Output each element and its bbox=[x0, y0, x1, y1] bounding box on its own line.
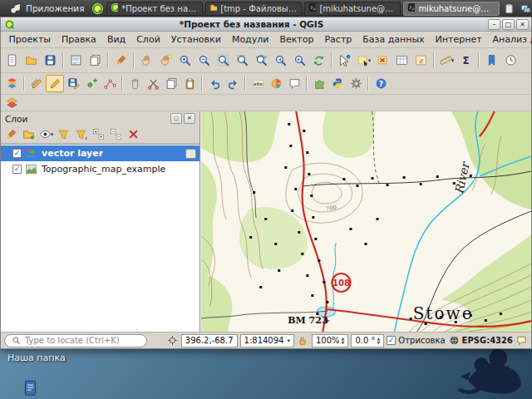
menu-settings[interactable]: Установки bbox=[165, 32, 226, 47]
zoom-to-layer-icon[interactable] bbox=[252, 51, 271, 70]
close-panel-button[interactable]: ✕ bbox=[184, 113, 195, 124]
processing-toolbox-icon[interactable] bbox=[347, 75, 365, 92]
rotation-spinner-icon[interactable]: ▲▼ bbox=[377, 337, 381, 345]
zoom-last-icon[interactable] bbox=[271, 51, 290, 70]
style-manager-icon[interactable] bbox=[111, 51, 131, 70]
menu-layer[interactable]: Слой bbox=[131, 32, 166, 47]
temporal-controller-icon[interactable] bbox=[501, 51, 520, 70]
new-bookmark-icon[interactable] bbox=[482, 51, 501, 70]
open-data-source-manager-icon[interactable] bbox=[2, 75, 21, 92]
current-edits-icon[interactable] bbox=[27, 75, 46, 92]
add-group-icon[interactable] bbox=[20, 126, 37, 143]
scale-dropdown-icon[interactable]: ▾ bbox=[287, 337, 290, 344]
maximize-button[interactable]: □ bbox=[502, 19, 515, 30]
network-tray-icon[interactable] bbox=[519, 2, 532, 16]
menu-edit[interactable]: Правка bbox=[57, 32, 102, 47]
menu-projects[interactable]: Проекты bbox=[3, 32, 57, 47]
layer-checkbox[interactable]: ✓ bbox=[12, 165, 22, 174]
coordinate-display[interactable]: 396.2,-68.7 bbox=[181, 334, 238, 347]
taskbar-window-terminal1[interactable]: [mikuhatsune@MikuHa... bbox=[304, 2, 401, 16]
add-vector-layer-icon[interactable] bbox=[2, 96, 21, 111]
float-panel-button[interactable]: ◻ bbox=[170, 113, 182, 124]
menu-analysis[interactable]: Анализ данных bbox=[487, 32, 532, 47]
copy-features-icon[interactable] bbox=[162, 75, 180, 92]
locate-input[interactable] bbox=[25, 336, 141, 345]
new-print-layout-icon[interactable] bbox=[66, 51, 86, 70]
zoom-to-selection-icon[interactable] bbox=[233, 51, 252, 70]
window-titlebar[interactable]: *Проект без названия - QGIS –□✕ bbox=[1, 17, 531, 32]
redo-icon[interactable] bbox=[224, 75, 242, 92]
rotation-field[interactable]: 0.0 °▲▼ bbox=[351, 334, 384, 347]
map-canvas[interactable]: 108 700 BM 723 Stowe River bbox=[200, 111, 531, 332]
taskbar-window-terminal2[interactable]: mikuhatsune@MikuHat... bbox=[403, 2, 500, 16]
desktop-folder-label[interactable]: Наша папка bbox=[7, 352, 66, 363]
menu-plugins[interactable]: Модули bbox=[226, 32, 274, 47]
render-checkbox-box[interactable]: ✓ bbox=[387, 336, 396, 345]
render-checkbox[interactable]: ✓ Отрисовка bbox=[387, 336, 445, 345]
refresh-map-icon[interactable] bbox=[309, 51, 328, 70]
open-layer-styling-icon[interactable] bbox=[2, 126, 20, 143]
layer-item-0[interactable]: ✓vector layer bbox=[1, 145, 200, 161]
remove-layer-icon[interactable] bbox=[125, 126, 142, 143]
magnifier-spinner-icon[interactable]: ▲▼ bbox=[342, 337, 345, 345]
statistical-summary-icon[interactable]: Σ bbox=[456, 51, 475, 70]
desktop-file-icon[interactable] bbox=[23, 380, 37, 399]
toggle-editing-icon[interactable] bbox=[46, 75, 64, 92]
menu-web[interactable]: Интернет bbox=[430, 32, 487, 47]
lock-scale-icon[interactable] bbox=[297, 334, 309, 347]
pan-to-selection-icon[interactable] bbox=[156, 51, 175, 70]
layout-manager-icon[interactable] bbox=[86, 51, 105, 70]
deselect-features-icon[interactable] bbox=[373, 51, 392, 70]
menu-database[interactable]: База данных bbox=[357, 32, 430, 47]
delete-selected-icon[interactable] bbox=[126, 75, 144, 92]
map-tips-icon[interactable] bbox=[285, 75, 303, 92]
minimize-button[interactable]: – bbox=[488, 19, 500, 30]
pan-map-icon[interactable] bbox=[137, 51, 156, 70]
collapse-all-icon[interactable] bbox=[107, 126, 125, 143]
cut-features-icon[interactable] bbox=[144, 75, 162, 92]
open-project-icon[interactable] bbox=[22, 51, 41, 70]
zoom-full-icon[interactable] bbox=[214, 51, 233, 70]
filter-legend-icon[interactable] bbox=[55, 126, 72, 143]
zoom-next-icon[interactable] bbox=[290, 51, 309, 70]
close-button[interactable]: ✕ bbox=[516, 19, 529, 30]
applications-menu-button[interactable]: Приложения bbox=[2, 1, 89, 16]
select-features-icon[interactable]: ▾ bbox=[354, 51, 373, 70]
locate-box[interactable] bbox=[4, 334, 147, 347]
help-contents-icon[interactable]: ? bbox=[372, 75, 390, 92]
save-layer-edits-icon[interactable] bbox=[64, 75, 82, 92]
vertex-tool-icon[interactable] bbox=[101, 75, 119, 92]
add-feature-icon[interactable] bbox=[82, 75, 101, 92]
messages-icon[interactable] bbox=[515, 334, 528, 347]
taskbar-window-qgis[interactable]: *Проект без названия... bbox=[106, 2, 203, 16]
layer-diagrams-icon[interactable] bbox=[267, 75, 285, 92]
layer-item-1[interactable]: ✓Topographic_map_example bbox=[1, 161, 200, 177]
taskbar-window-filemanager[interactable]: [tmp - Файловый мене... bbox=[205, 2, 302, 16]
crs-button[interactable]: EPSG:4326 bbox=[448, 334, 513, 347]
undo-icon[interactable] bbox=[205, 75, 224, 92]
measure-icon[interactable]: ▾ bbox=[437, 51, 456, 70]
new-project-icon[interactable] bbox=[2, 51, 22, 70]
paste-features-icon[interactable] bbox=[180, 75, 199, 92]
manage-map-themes-icon[interactable]: ▾ bbox=[37, 126, 55, 143]
identify-features-icon[interactable] bbox=[335, 51, 354, 70]
toolbar-separator bbox=[433, 53, 435, 67]
scale-combobox[interactable]: 1:814094▾ bbox=[240, 334, 294, 347]
zoom-out-icon[interactable] bbox=[195, 51, 214, 70]
layer-labeling-icon[interactable]: abc bbox=[249, 75, 267, 92]
save-project-icon[interactable] bbox=[41, 51, 60, 70]
qgis-launcher-icon[interactable] bbox=[91, 1, 104, 16]
magnifier-level[interactable]: 100%▲▼ bbox=[312, 334, 348, 347]
menu-vector[interactable]: Вектор bbox=[274, 32, 319, 47]
layer-checkbox[interactable]: ✓ bbox=[12, 149, 22, 158]
menu-raster[interactable]: Растр bbox=[319, 32, 357, 47]
python-console-icon[interactable] bbox=[328, 75, 347, 92]
plugin-manager-icon[interactable] bbox=[310, 75, 328, 92]
expand-all-icon[interactable] bbox=[90, 126, 107, 143]
clipboard-tray-icon[interactable] bbox=[502, 2, 516, 16]
zoom-in-icon[interactable] bbox=[175, 51, 195, 70]
filter-by-expression-icon[interactable]: ε bbox=[72, 126, 90, 143]
field-calculator-icon[interactable]: ε bbox=[411, 51, 431, 70]
menu-view[interactable]: Вид bbox=[101, 32, 131, 47]
open-attribute-table-icon[interactable] bbox=[392, 51, 411, 70]
